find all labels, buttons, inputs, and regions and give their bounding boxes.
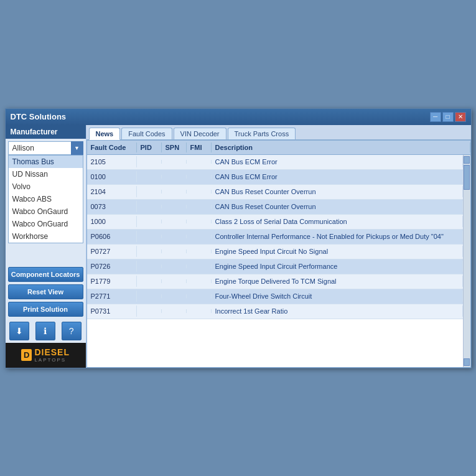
icon-row: ⬇ ℹ ? (6, 319, 86, 343)
manufacturer-dropdown[interactable]: Allison ▼ (8, 141, 83, 155)
logo-sub-text: LAPTOPS (34, 357, 70, 363)
table-cell (187, 250, 212, 253)
download-button[interactable]: ⬇ (9, 322, 29, 340)
table-cell: 0073 (87, 201, 137, 212)
table-row[interactable]: P0726Engine Speed Input Circuit Performa… (87, 259, 463, 274)
tab-vin-decoder[interactable]: VIN Decoder (174, 128, 226, 139)
table-cell-desc: Engine Speed Input Circuit No Signal (212, 246, 463, 257)
right-panel: News Fault Codes VIN Decoder Truck Parts… (86, 125, 471, 368)
tab-fault-codes[interactable]: Fault Codes (121, 128, 172, 139)
tab-news[interactable]: News (89, 128, 121, 140)
table-row[interactable]: P0731Incorrect 1st Gear Ratio (87, 304, 463, 319)
table-cell (187, 160, 212, 164)
table-cell: P1779 (87, 276, 137, 287)
manufacturer-label: Manufacturer (6, 125, 86, 139)
dropdown-item-thomas-bus[interactable]: Thomas Bus (9, 156, 83, 168)
table-cell: 0100 (87, 171, 137, 182)
table-cell (162, 220, 187, 223)
table-cell-desc: CAN Bus Reset Counter Overrun (212, 201, 463, 212)
header-desc: Description (212, 142, 470, 152)
table-cell-desc: Engine Torque Delivered To TCM Signal (212, 276, 463, 287)
component-locators-button[interactable]: Component Locators (8, 267, 83, 282)
table-cell (162, 160, 187, 164)
minimize-button[interactable]: ─ (430, 112, 441, 122)
table-cell: P0727 (87, 246, 137, 257)
table-cell-desc: Incorrect 1st Gear Ratio (212, 306, 463, 317)
table-row[interactable]: P1779Engine Torque Delivered To TCM Sign… (87, 274, 463, 289)
table-area: Fault Code PID SPN FMI Description 2105C… (86, 140, 471, 368)
table-row[interactable]: 0100CAN Bus ECM Error (87, 170, 463, 185)
table-cell (187, 279, 212, 283)
table-cell (162, 309, 187, 313)
table-cell (137, 309, 162, 313)
table-cell (162, 175, 187, 179)
table-cell (187, 220, 212, 223)
table-row[interactable]: P0727Engine Speed Input Circuit No Signa… (87, 245, 463, 259)
table-row[interactable]: 2105CAN Bus ECM Error (87, 155, 463, 170)
dropdown-item-ud-nissan[interactable]: UD Nissan (9, 168, 83, 180)
scrollbar-down-arrow[interactable] (464, 358, 470, 366)
logo-main-text: DIESEL (34, 347, 70, 357)
scrollbar-thumb[interactable] (464, 165, 470, 190)
table-cell (162, 279, 187, 283)
header-pid: PID (137, 142, 162, 152)
table-cell (187, 175, 212, 179)
logo: D DIESEL LAPTOPS (21, 347, 70, 363)
table-cell (187, 205, 212, 208)
table-cell (187, 294, 212, 298)
table-cell: P0726 (87, 261, 137, 272)
scrollbar-up-arrow[interactable] (464, 156, 470, 164)
help-button[interactable]: ? (62, 322, 82, 340)
header-spn: SPN (162, 142, 187, 152)
table-cell (137, 264, 162, 268)
table-cell (187, 264, 212, 268)
table-cell (137, 160, 162, 164)
title-bar: DTC Solutions ─ □ ✕ (6, 109, 471, 125)
scrollbar-track[interactable] (463, 155, 470, 367)
table-cell (137, 175, 162, 179)
dropdown-item-wabco-abs[interactable]: Wabco ABS (9, 193, 83, 205)
download-icon: ⬇ (16, 326, 23, 336)
header-fault-code: Fault Code (87, 142, 137, 152)
dropdown-item-volvo[interactable]: Volvo (9, 180, 83, 193)
table-row[interactable]: 2104CAN Bus Reset Counter Overrun (87, 185, 463, 200)
table-body-container: 2105CAN Bus ECM Error0100CAN Bus ECM Err… (87, 155, 470, 367)
logo-icon: D (21, 349, 32, 361)
table-cell (187, 235, 212, 238)
info-button[interactable]: ℹ (35, 322, 55, 340)
reset-view-button[interactable]: Reset View (8, 284, 83, 299)
help-icon: ? (69, 326, 74, 336)
maximize-button[interactable]: □ (442, 112, 454, 122)
table-body: 2105CAN Bus ECM Error0100CAN Bus ECM Err… (87, 155, 463, 367)
table-cell-desc: Four-Wheel Drive Switch Circuit (212, 291, 463, 302)
table-cell-desc: Engine Speed Input Circuit Performance (212, 261, 463, 272)
main-window: DTC Solutions ─ □ ✕ Manufacturer Allison… (5, 108, 472, 368)
tab-truck-parts-cross[interactable]: Truck Parts Cross (228, 128, 296, 139)
table-cell: P0606 (87, 231, 137, 242)
table-cell (162, 264, 187, 268)
table-cell (137, 220, 162, 223)
table-cell: P0731 (87, 306, 137, 317)
dropdown-item-wabco-onguard[interactable]: Wabco OnGuard (9, 218, 83, 230)
main-content: Manufacturer Allison ▼ Thomas Bus UD Nis… (6, 125, 471, 368)
table-cell (162, 250, 187, 253)
table-cell: 2104 (87, 186, 137, 197)
close-button[interactable]: ✕ (455, 112, 466, 122)
sidebar: Manufacturer Allison ▼ Thomas Bus UD Nis… (6, 125, 86, 368)
table-cell (162, 294, 187, 298)
table-row[interactable]: 1000Class 2 Loss of Serial Data Communic… (87, 215, 463, 230)
print-solution-button[interactable]: Print Solution (8, 302, 83, 317)
manufacturer-select-display[interactable]: Allison (8, 141, 83, 155)
table-cell (137, 250, 162, 253)
dropdown-item-wabco-ongaurd[interactable]: Wabco OnGaurd (9, 205, 83, 218)
table-cell (137, 235, 162, 238)
table-cell (137, 279, 162, 283)
table-row[interactable]: P0606Controller Internal Performance - N… (87, 230, 463, 245)
table-cell (162, 235, 187, 238)
table-row[interactable]: 0073CAN Bus Reset Counter Overrun (87, 200, 463, 215)
window-controls: ─ □ ✕ (430, 112, 466, 122)
dropdown-item-workhorse[interactable]: Workhorse (9, 230, 83, 243)
table-cell (162, 205, 187, 208)
table-row[interactable]: P2771Four-Wheel Drive Switch Circuit (87, 289, 463, 304)
info-icon: ℹ (44, 326, 47, 336)
